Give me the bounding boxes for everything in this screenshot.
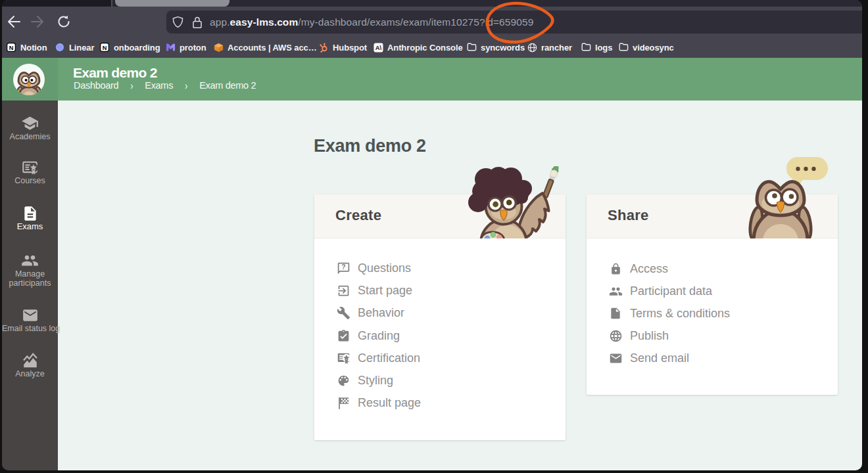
svg-text:?: ?	[341, 262, 345, 270]
svg-text:N: N	[9, 45, 14, 51]
svg-text:N: N	[103, 45, 107, 51]
svg-text:A\: A\	[375, 45, 382, 51]
